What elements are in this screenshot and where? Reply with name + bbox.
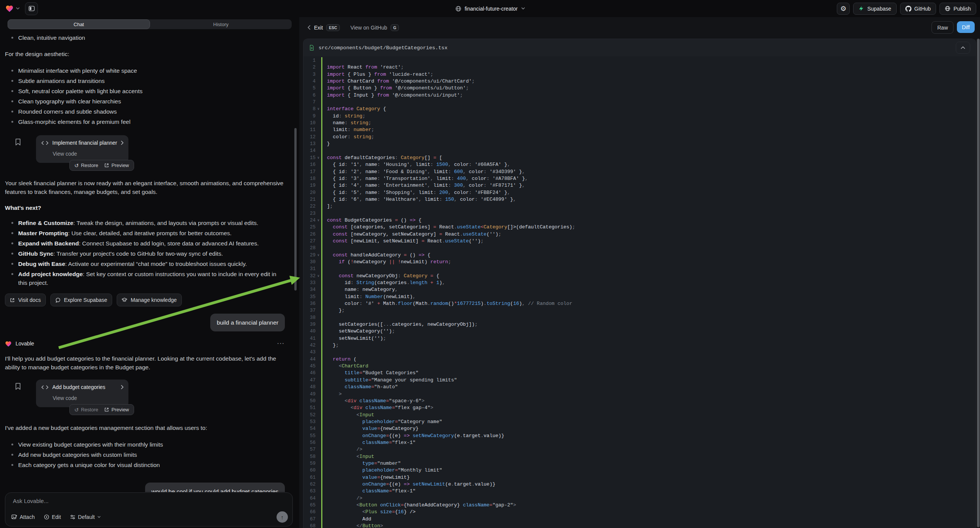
visit-docs-button[interactable]: Visit docs bbox=[5, 294, 46, 307]
chevron-right-icon bbox=[121, 140, 124, 145]
code-lines: 12import React from 'react';3import { Pl… bbox=[304, 57, 976, 528]
code-line: 67 Add bbox=[304, 516, 976, 523]
send-button[interactable]: ↑ bbox=[277, 511, 288, 523]
code-line: 68 </Button> bbox=[304, 523, 976, 528]
sliders-icon bbox=[70, 514, 75, 520]
code-line: 65 <Button onClick={handleAddCategory} c… bbox=[304, 502, 976, 509]
list-item: View existing budget categories with the… bbox=[5, 440, 285, 449]
supabase-button[interactable]: Supabase bbox=[853, 3, 896, 15]
code-line: 29∨ const handleAddCategory = () => { bbox=[304, 252, 976, 259]
mode-selector[interactable]: Default bbox=[70, 514, 101, 520]
code-line: 55 onChange={(e) => setNewCategory(e.tar… bbox=[304, 433, 976, 439]
preview-button[interactable]: Preview bbox=[104, 161, 129, 170]
project-selector[interactable]: financial-future-creator bbox=[455, 0, 525, 17]
chat-history-tabs: Chat History bbox=[8, 19, 292, 29]
project-name: financial-future-creator bbox=[465, 6, 517, 12]
chevron-down-icon[interactable] bbox=[16, 7, 20, 10]
code-line: 62 onChange={(e) => setNewLimit(e.target… bbox=[304, 481, 976, 488]
code-line: 34 name: newCategory, bbox=[304, 286, 976, 293]
code-line: 8∨interface Category { bbox=[304, 106, 976, 113]
snippet-card-add-budget-categories[interactable]: Add budget categories View code ↺Restore… bbox=[36, 380, 129, 407]
code-editor[interactable]: 12import React from 'react';3import { Pl… bbox=[304, 56, 976, 528]
view-code-link[interactable]: View code bbox=[52, 394, 123, 402]
collapse-file-button[interactable] bbox=[956, 42, 970, 54]
code-line: 58 <Input bbox=[304, 453, 976, 460]
code-line: 26 const [newCategory, setNewCategory] =… bbox=[304, 231, 976, 238]
list-item: Master Prompting: Use clear, detailed, a… bbox=[5, 229, 285, 237]
lovable-logo[interactable] bbox=[5, 5, 14, 13]
code-line: 52 <Input bbox=[304, 412, 976, 418]
added-bullet-list: View existing budget categories with the… bbox=[5, 440, 285, 469]
external-link-icon bbox=[10, 298, 15, 303]
diff-toggle-button[interactable]: Diff bbox=[957, 21, 975, 33]
list-item: Add project knowledge: Set key context o… bbox=[5, 270, 285, 287]
code-line: 10 name: string; bbox=[304, 120, 976, 127]
code-line: 38 bbox=[304, 314, 976, 321]
code-line: 45 <ChartCard bbox=[304, 363, 976, 370]
code-line: 35 limit: Number(newLimit), bbox=[304, 294, 976, 301]
tab-history[interactable]: History bbox=[150, 19, 292, 29]
list-item: Debug with Ease: Activate our experiment… bbox=[5, 259, 285, 268]
view-on-github-button[interactable]: View on GitHub G bbox=[350, 24, 399, 31]
top-bar: financial-future-creator ⚙ Supabase GitH… bbox=[0, 0, 980, 17]
code-toolbar: Exit ESC View on GitHub G Raw Diff bbox=[299, 17, 980, 38]
code-line: 53 placeholder="Category name" bbox=[304, 418, 976, 425]
restore-icon: ↺ bbox=[74, 163, 79, 168]
code-line: 18 { id: '3', name: 'Transportation', li… bbox=[304, 175, 976, 182]
exit-button[interactable]: Exit ESC bbox=[308, 24, 340, 31]
code-line: 42 }; bbox=[304, 342, 976, 349]
code-line: 12 color: string; bbox=[304, 134, 976, 140]
code-line: 54 value={newCategory} bbox=[304, 425, 976, 432]
code-line: 49 > bbox=[304, 391, 976, 398]
chevron-down-icon bbox=[521, 7, 525, 10]
code-line: 46 title="Budget Categories" bbox=[304, 370, 976, 377]
explore-supabase-button[interactable]: Explore Supabase bbox=[50, 294, 112, 307]
code-line: 1 bbox=[304, 57, 976, 64]
code-icon bbox=[41, 141, 48, 145]
attach-button[interactable]: Attach bbox=[11, 514, 35, 520]
snippet-card-implement-financial-planner[interactable]: Implement financial planner View code ↺R… bbox=[36, 135, 129, 163]
code-line: 39 setCategories([...categories, newCate… bbox=[304, 321, 976, 328]
restore-button[interactable]: ↺Restore bbox=[74, 161, 98, 170]
file-path: src/components/budget/BudgetCategories.t… bbox=[318, 45, 447, 51]
code-line: 17 { id: '2', name: 'Food & Dining', lim… bbox=[304, 169, 976, 175]
list-item: Clean, intuitive navigation bbox=[5, 33, 285, 42]
tab-chat[interactable]: Chat bbox=[8, 19, 150, 29]
list-item: Subtle animations and transitions bbox=[5, 76, 285, 85]
code-line: 60 placeholder="Monthly limit" bbox=[304, 467, 976, 474]
chat-input[interactable] bbox=[12, 497, 286, 504]
bookmark-icon[interactable] bbox=[15, 138, 21, 146]
file-path-bar: src/components/budget/BudgetCategories.t… bbox=[304, 39, 976, 56]
list-item: Clean typography with clear hierarchies bbox=[5, 97, 285, 106]
raw-toggle-button[interactable]: Raw bbox=[932, 21, 953, 34]
code-scrollbar[interactable] bbox=[977, 39, 980, 527]
code-line: 30 if (!newCategory || !newLimit) return… bbox=[304, 259, 976, 266]
design-heading: For the design aesthetic: bbox=[5, 49, 285, 58]
bookmark-icon[interactable] bbox=[15, 383, 21, 390]
view-code-link[interactable]: View code bbox=[52, 149, 123, 158]
summary-paragraph: Your sleek financial planner is now read… bbox=[5, 179, 285, 196]
sidebar-toggle-button[interactable] bbox=[25, 2, 38, 15]
chat-scrollback[interactable]: Clean, intuitive navigation For the desi… bbox=[0, 32, 299, 492]
list-item: Minimalist interface with plenty of whit… bbox=[5, 66, 285, 75]
chat-scrollbar[interactable] bbox=[294, 128, 297, 291]
code-line: 66 <Plus size={16} /> bbox=[304, 509, 976, 515]
manage-knowledge-button[interactable]: Manage knowledge bbox=[117, 294, 181, 307]
code-line: 61 value={newLimit} bbox=[304, 474, 976, 481]
settings-button[interactable]: ⚙ bbox=[837, 3, 850, 15]
github-button[interactable]: GitHub bbox=[900, 3, 936, 15]
code-line: 21 { id: '6', name: 'Healthcare', limit:… bbox=[304, 196, 976, 203]
code-line: 3import { Plus } from 'lucide-react'; bbox=[304, 71, 976, 78]
message-menu-button[interactable]: ··· bbox=[277, 339, 285, 348]
design-bullet-list: Minimalist interface with plenty of whit… bbox=[5, 66, 285, 126]
code-line: 7 bbox=[304, 99, 976, 106]
restore-button[interactable]: ↺Restore bbox=[74, 405, 98, 414]
publish-button[interactable]: Publish bbox=[939, 3, 976, 15]
code-line: 43 bbox=[304, 349, 976, 356]
chevron-down-icon bbox=[97, 516, 101, 518]
code-line: 28 bbox=[304, 245, 976, 251]
chevron-left-icon bbox=[308, 25, 311, 30]
edit-button[interactable]: Edit bbox=[44, 514, 61, 520]
lovable-heart-icon bbox=[5, 340, 12, 347]
preview-button[interactable]: Preview bbox=[104, 405, 129, 414]
